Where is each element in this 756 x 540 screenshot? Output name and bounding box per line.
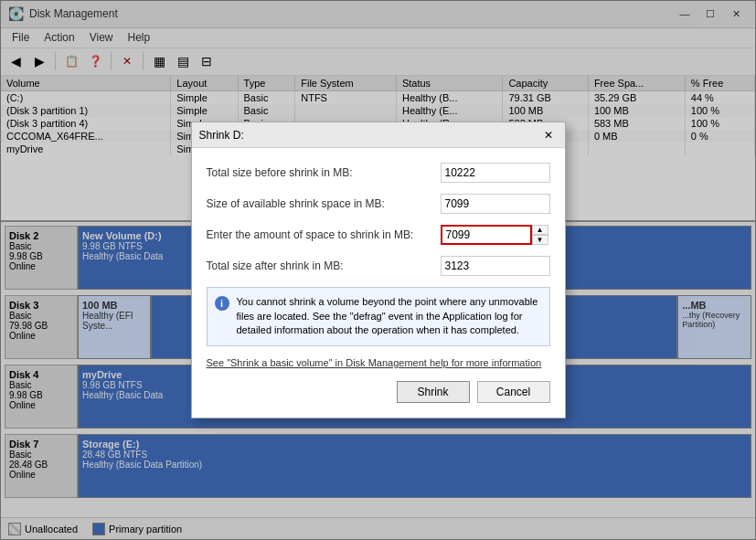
modal-title: Shrink D: [199, 129, 539, 142]
spin-buttons: ▲ ▼ [532, 225, 548, 245]
shrink-amount-container: ▲ ▼ [441, 225, 550, 245]
shrink-dialog: Shrink D: ✕ Total size before shrink in … [191, 122, 566, 418]
value-total-after: 3123 [441, 256, 550, 276]
cancel-button[interactable]: Cancel [477, 381, 550, 403]
info-box: i You cannot shrink a volume beyond the … [207, 287, 550, 345]
info-icon: i [215, 296, 229, 311]
modal-body: Total size before shrink in MB: 10222 Si… [192, 148, 565, 417]
field-available-space: Size of available shrink space in MB: 70… [207, 194, 550, 214]
modal-close-button[interactable]: ✕ [539, 127, 558, 143]
value-total-before: 10222 [441, 163, 550, 183]
field-total-before: Total size before shrink in MB: 10222 [207, 163, 550, 183]
modal-title-bar: Shrink D: ✕ [192, 122, 565, 148]
label-total-before: Total size before shrink in MB: [207, 166, 441, 179]
field-total-after: Total size after shrink in MB: 3123 [207, 256, 550, 276]
shrink-button[interactable]: Shrink [397, 381, 470, 403]
value-available-space: 7099 [441, 194, 550, 214]
label-available-space: Size of available shrink space in MB: [207, 197, 441, 210]
field-shrink-amount: Enter the amount of space to shrink in M… [207, 225, 550, 245]
info-text: You cannot shrink a volume beyond the po… [237, 295, 542, 337]
modal-overlay: Shrink D: ✕ Total size before shrink in … [0, 0, 756, 540]
label-shrink-amount: Enter the amount of space to shrink in M… [207, 228, 441, 241]
modal-buttons: Shrink Cancel [207, 381, 550, 403]
shrink-amount-input[interactable] [441, 225, 532, 245]
spin-down-button[interactable]: ▼ [532, 235, 548, 245]
spin-up-button[interactable]: ▲ [532, 225, 548, 235]
help-link[interactable]: See "Shrink a basic volume" in Disk Mana… [207, 357, 550, 368]
label-total-after: Total size after shrink in MB: [207, 259, 441, 272]
